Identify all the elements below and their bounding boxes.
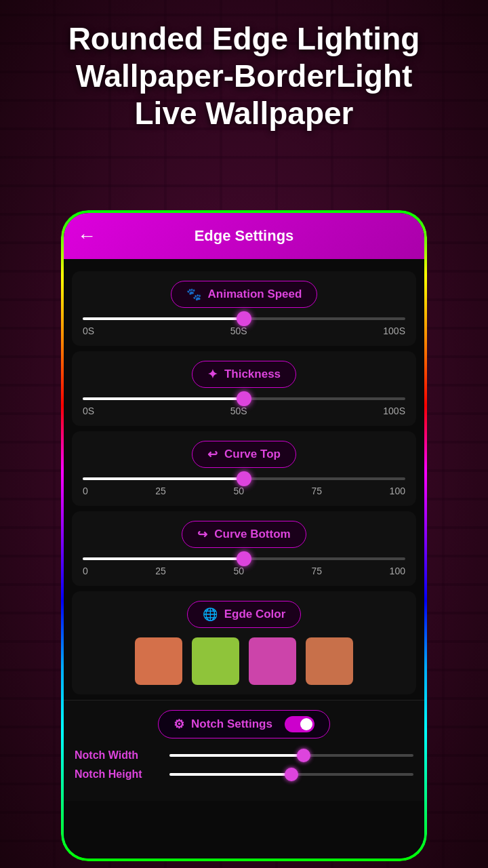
slider-thumb[interactable] [237,471,251,486]
notch-toggle[interactable] [285,716,314,732]
slider-labels: 0S 50S 100S [83,326,405,336]
notch-settings-icon: ⚙ [174,717,184,732]
slider-thumb[interactable] [237,551,251,566]
slider-fill [83,397,244,400]
edge-color-label: Egde Color [224,608,286,621]
slider-track [83,317,405,320]
thickness-icon: ✦ [207,367,218,382]
slider-fill [83,477,244,480]
edge-color-pill: 🌐 Egde Color [187,601,302,628]
thickness-slider[interactable] [83,397,405,400]
notch-width-thumb[interactable] [297,749,310,762]
animation-speed-label: Animation Speed [208,288,302,301]
slider-track [83,557,405,560]
color-swatch-3[interactable] [249,637,296,685]
slider-track [83,397,405,400]
animation-speed-block: 🐾 Animation Speed 0S 50S 100S [72,271,416,346]
notch-width-fill [169,754,304,757]
curve-bottom-pill: ↪ Curve Bottom [182,521,306,548]
curve-bottom-block: ↪ Curve Bottom 0 25 50 75 [72,511,416,586]
app-title: Rounded Edge Lighting Wallpaper-BorderLi… [41,20,447,133]
notch-height-fill [169,773,291,776]
curve-bottom-slider[interactable] [83,557,405,560]
notch-height-row: Notch Height [75,768,413,781]
phone-inner: ← Edge Settings 🐾 Animation Speed [64,213,424,859]
slider-labels: 0 25 50 75 100 [83,486,405,496]
animation-speed-slider[interactable] [83,317,405,320]
notch-settings-block: ⚙ Notch Settings Notch Width Not [64,700,424,801]
notch-height-thumb[interactable] [285,768,298,781]
thickness-pill: ✦ Thickness [192,361,296,388]
color-swatch-2[interactable] [192,637,239,685]
header-title: Edge Settings [64,227,424,245]
phone-card: ← Edge Settings 🐾 Animation Speed [61,210,427,861]
curve-bottom-icon: ↪ [197,527,207,542]
curve-bottom-label: Curve Bottom [214,528,290,541]
slider-thumb[interactable] [237,311,251,326]
slider-fill [83,557,244,560]
animation-speed-icon: 🐾 [186,287,201,302]
slider-fill [83,317,244,320]
notch-settings-pill: ⚙ Notch Settings [158,710,330,738]
slider-track [83,477,405,480]
title-area: Rounded Edge Lighting Wallpaper-BorderLi… [0,20,488,133]
animation-speed-pill: 🐾 Animation Speed [171,281,318,308]
back-button[interactable]: ← [77,225,96,247]
notch-width-row: Notch Width [75,749,413,762]
edge-color-icon: 🌐 [203,607,218,622]
thickness-label: Thickness [224,368,281,381]
curve-top-slider[interactable] [83,477,405,480]
curve-top-block: ↩ Curve Top 0 25 50 75 [72,431,416,506]
color-swatch-4[interactable] [306,637,353,685]
slider-labels: 0S 50S 100S [83,406,405,416]
thickness-block: ✦ Thickness 0S 50S 100S [72,351,416,426]
slider-labels: 0 25 50 75 100 [83,566,405,576]
notch-height-slider[interactable] [169,773,413,776]
curve-top-label: Curve Top [224,448,281,461]
edge-color-block: 🌐 Egde Color [72,591,416,694]
notch-width-slider[interactable] [169,754,413,757]
app-header: ← Edge Settings [64,213,424,259]
settings-content[interactable]: 🐾 Animation Speed 0S 50S 100S [64,259,424,859]
color-swatches [83,637,405,685]
curve-top-icon: ↩ [207,447,218,462]
notch-height-label: Notch Height [75,768,169,781]
curve-top-pill: ↩ Curve Top [192,441,296,468]
slider-thumb[interactable] [237,391,251,406]
notch-settings-label: Notch Settings [191,717,272,731]
notch-width-label: Notch Width [75,749,169,762]
rainbow-border: ← Edge Settings 🐾 Animation Speed [61,210,427,861]
color-swatch-1[interactable] [135,637,182,685]
